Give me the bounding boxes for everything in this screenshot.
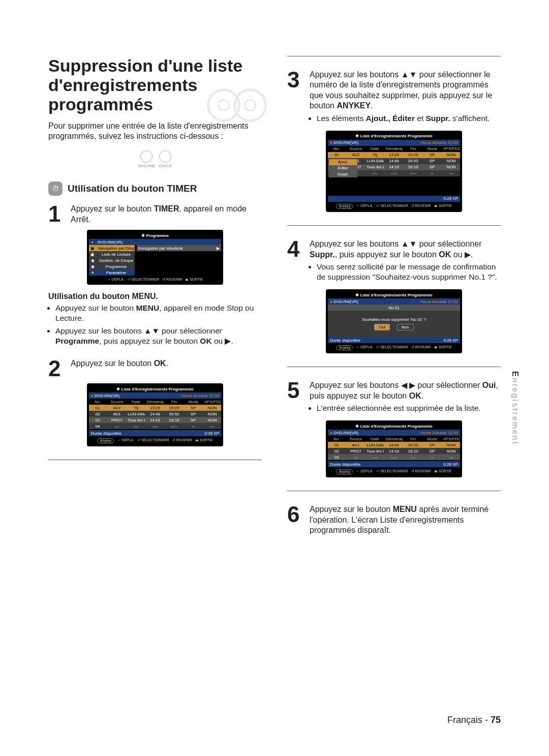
tv-screenshot-confirm: ❖ Liste d'Enregistrements Programmée ● D…: [326, 289, 462, 353]
step-6: 6 Appuyez sur le bouton MENU après avoir…: [287, 504, 501, 535]
title-block: Suppression d'une liste d'enregistrement…: [48, 56, 262, 114]
timer-heading-text: Utilisation du bouton TIMER: [68, 183, 197, 194]
step-2-number: 2: [48, 358, 67, 379]
section-divider: [287, 225, 501, 226]
tv-screenshot-after-delete: ❖ Liste d'Enregistrements Programmée ● D…: [326, 420, 462, 477]
step-1: 1 Appuyez sur le bouton TIMER, appareil …: [48, 204, 262, 225]
step-6-number: 6: [287, 504, 306, 525]
step-3: 3 Appuyez sur les boutons ▲▼ pour sélect…: [287, 70, 501, 126]
step-3-number: 3: [287, 70, 306, 90]
timer-icon: ⏱: [48, 182, 63, 196]
timer-heading: ⏱ Utilisation du bouton TIMER: [48, 182, 262, 196]
left-column: Suppression d'une liste d'enregistrement…: [48, 56, 262, 539]
page-footer: Français - 75: [447, 715, 501, 725]
disc-art-icon: [214, 88, 267, 122]
menu-subheading: Utilisation du bouton MENU.: [48, 292, 262, 301]
section-divider: [287, 491, 501, 491]
section-divider: [287, 56, 501, 56]
dvd-r-badge: DVD-R: [159, 150, 172, 168]
menu-instructions: Appuyez sur le bouton MENU, appareil en …: [48, 303, 262, 346]
step-4: 4 Appuyez sur les boutons ▲▼ pour sélect…: [287, 239, 501, 284]
step-2: 2 Appuyez sur le bouton OK.: [48, 358, 262, 379]
tv-screenshot-list: ❖ Liste d'Enregistrements Programmée ● D…: [87, 383, 223, 446]
section-divider: [287, 367, 501, 367]
section-tab: Enregistrement: [510, 371, 520, 445]
tv-screenshot-menu: ❖ Programme ● DVD-RW(VR) ▣Navigation par…: [87, 230, 223, 285]
section-divider: [48, 460, 262, 460]
dvd-rw-badge: DVD-RW: [138, 150, 155, 168]
step-5-number: 5: [287, 380, 306, 401]
step-1-number: 1: [48, 204, 67, 224]
step-4-number: 4: [287, 239, 306, 259]
disc-compatibility: DVD-RW DVD-R: [48, 150, 262, 168]
step-5: 5 Appuyez sur les boutons ◀ ▶ pour sélec…: [287, 380, 501, 415]
intro-text: Pour supprimer une entrée de la liste d'…: [48, 121, 262, 141]
tv-screenshot-context-menu: ❖ Liste d'Enregistrements Programmée ● D…: [326, 131, 462, 212]
right-column: 3 Appuyez sur les boutons ▲▼ pour sélect…: [287, 56, 501, 539]
